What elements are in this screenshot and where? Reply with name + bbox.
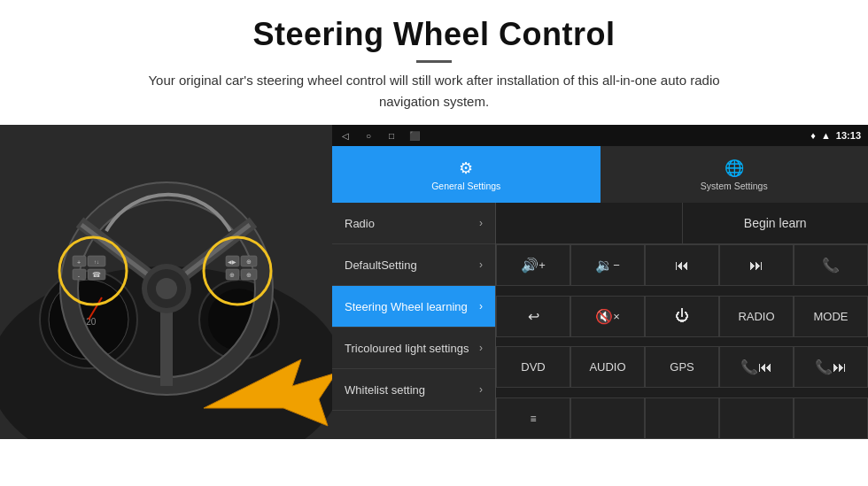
control-row-1: 🔊+ 🔉− ⏮ ⏭ 📞 xyxy=(496,244,868,296)
gps-label: GPS xyxy=(670,360,694,374)
wifi-icon: ▲ xyxy=(821,130,831,141)
list-icon: ≡ xyxy=(530,413,536,425)
recents-nav-icon[interactable]: □ xyxy=(385,129,398,142)
prev-track-button[interactable]: ⏮ xyxy=(645,244,719,286)
menu-radio-label: Radio xyxy=(345,217,375,230)
menu-tricoloured-label: Tricoloured light settings xyxy=(345,342,469,355)
back-nav-icon[interactable]: ◁ xyxy=(339,129,352,142)
phone-prev-button[interactable]: 📞⏮ xyxy=(719,346,794,388)
hang-up-icon: ↩ xyxy=(528,308,539,325)
next-track-icon: ⏭ xyxy=(749,258,763,274)
vol-down-minus: − xyxy=(613,258,620,272)
system-settings-icon: 🌐 xyxy=(725,158,744,178)
chevron-icon: › xyxy=(479,342,483,354)
location-icon: ♦ xyxy=(810,130,816,141)
svg-text:⊕: ⊕ xyxy=(246,258,252,265)
phone-button[interactable]: 📞 xyxy=(794,244,868,286)
svg-text:◀▶: ◀▶ xyxy=(228,259,236,265)
time-display: 13:13 xyxy=(836,130,861,141)
mute-button[interactable]: 🔇 × xyxy=(570,296,645,337)
menu-whitelist-label: Whitelist setting xyxy=(345,383,425,397)
mute-x: × xyxy=(613,310,620,323)
svg-text:+: + xyxy=(77,259,81,266)
extra-row: ≡ xyxy=(496,397,868,439)
audio-button[interactable]: AUDIO xyxy=(570,346,645,388)
control-row-3: DVD AUDIO GPS 📞⏮ 📞⏭ xyxy=(496,346,868,397)
android-ui: ◁ ○ □ ⬛ ♦ ▲ 13:13 ⚙ General Settings 🌐 S… xyxy=(332,125,868,439)
title-divider xyxy=(416,60,452,63)
top-row: Begin learn xyxy=(496,203,868,244)
menu-item-radio[interactable]: Radio › xyxy=(332,203,495,244)
mode-button[interactable]: MODE xyxy=(794,296,868,337)
tab-general-settings[interactable]: ⚙ General Settings xyxy=(332,146,601,203)
empty-btn-2 xyxy=(570,397,645,439)
control-row-2: ↩ 🔇 × ⏻ RADIO MODE xyxy=(496,296,868,347)
empty-btn-4 xyxy=(719,397,794,439)
phone-next-button[interactable]: 📞⏭ xyxy=(794,346,868,388)
phone-next-icon: 📞⏭ xyxy=(815,359,847,375)
phone-icon: 📞 xyxy=(822,257,840,274)
gps-button[interactable]: GPS xyxy=(645,346,719,388)
vol-down-button[interactable]: 🔉− xyxy=(570,244,645,286)
mode-label: MODE xyxy=(814,310,849,323)
vol-up-button[interactable]: 🔊+ xyxy=(496,244,570,286)
vol-down-icon: 🔉 xyxy=(595,257,613,274)
page-header: Steering Wheel Control Your original car… xyxy=(0,0,868,123)
hang-up-button[interactable]: ↩ xyxy=(496,296,570,337)
nav-icons: ◁ ○ □ ⬛ xyxy=(339,129,421,142)
list-button[interactable]: ≡ xyxy=(496,397,570,439)
menu-item-whitelist[interactable]: Whitelist setting › xyxy=(332,369,495,411)
general-settings-icon: ⚙ xyxy=(459,158,473,178)
svg-text:↑↓: ↑↓ xyxy=(94,259,99,265)
tab-bar: ⚙ General Settings 🌐 System Settings xyxy=(332,146,868,203)
chevron-icon: › xyxy=(479,383,483,396)
menu-default-label: DefaultSetting xyxy=(345,258,417,272)
chevron-icon: › xyxy=(479,258,483,271)
mute-icon: 🔇 xyxy=(595,308,613,325)
settings-content: Radio › DefaultSetting › Steering Wheel … xyxy=(332,203,868,439)
radio-label: RADIO xyxy=(738,310,774,323)
car-image: 120 xyxy=(0,125,332,439)
tab-system-settings[interactable]: 🌐 System Settings xyxy=(601,146,869,203)
menu-item-tricoloured[interactable]: Tricoloured light settings › xyxy=(332,328,495,369)
prev-track-icon: ⏮ xyxy=(675,258,689,274)
empty-btn-3 xyxy=(645,397,719,439)
main-content: 120 xyxy=(0,125,868,439)
menu-item-steering[interactable]: Steering Wheel learning › xyxy=(332,286,495,328)
svg-text:⊕: ⊕ xyxy=(229,272,235,278)
empty-input-box xyxy=(496,203,683,243)
page-title: Steering Wheel Control xyxy=(53,16,815,53)
status-bar: ◁ ○ □ ⬛ ♦ ▲ 13:13 xyxy=(332,125,868,146)
right-panel: Begin learn 🔊+ 🔉− ⏮ ⏭ xyxy=(496,203,868,439)
empty-btn-5 xyxy=(794,397,868,439)
power-icon: ⏻ xyxy=(675,308,689,324)
menu-item-default[interactable]: DefaultSetting › xyxy=(332,244,495,286)
vol-up-plus: + xyxy=(539,258,546,272)
dvd-button[interactable]: DVD xyxy=(496,346,570,388)
status-indicators: ♦ ▲ 13:13 xyxy=(810,130,861,141)
chevron-icon: › xyxy=(479,217,483,229)
phone-prev-icon: 📞⏮ xyxy=(740,359,772,375)
chevron-icon: › xyxy=(479,300,483,312)
audio-label: AUDIO xyxy=(589,360,625,374)
home-nav-icon[interactable]: ○ xyxy=(362,129,375,142)
svg-point-17 xyxy=(156,278,177,299)
svg-text:⊕: ⊕ xyxy=(246,272,252,278)
power-button[interactable]: ⏻ xyxy=(645,296,719,337)
vol-up-icon: 🔊 xyxy=(521,257,539,274)
tab-system-label: System Settings xyxy=(701,181,768,191)
dvd-label: DVD xyxy=(521,360,545,374)
tab-general-label: General Settings xyxy=(431,181,500,191)
screenshot-nav-icon[interactable]: ⬛ xyxy=(408,129,421,142)
begin-learn-button[interactable]: Begin learn xyxy=(683,203,869,243)
next-track-button[interactable]: ⏭ xyxy=(719,244,794,286)
page-subtitle: Your original car's steering wheel contr… xyxy=(124,70,744,112)
radio-button[interactable]: RADIO xyxy=(719,296,794,337)
left-menu: Radio › DefaultSetting › Steering Wheel … xyxy=(332,203,496,439)
menu-steering-label: Steering Wheel learning xyxy=(345,300,468,313)
svg-text:☎: ☎ xyxy=(92,271,101,279)
